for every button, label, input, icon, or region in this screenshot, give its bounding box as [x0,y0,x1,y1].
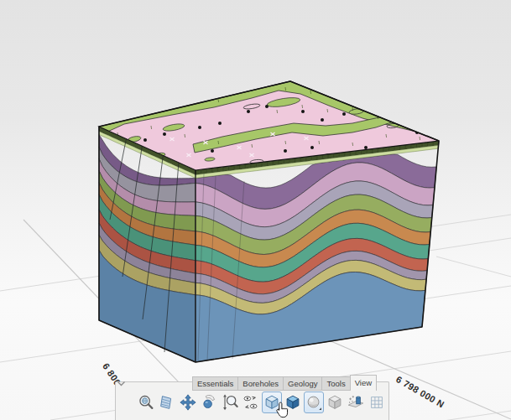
cross-section-button[interactable] [157,391,177,413]
mouse-cursor [275,402,289,418]
hatched-panel-icon [158,392,176,412]
ribbon-tab-bar: Essentials Boreholes Geology Tools View [192,375,377,391]
magnifier-vertical-arrow-icon [221,392,239,412]
tab-tools[interactable]: Tools [321,376,349,391]
viewport[interactable]: 6 800 000 6 798 000 N [0,0,511,420]
magnifier-globe-icon [137,392,155,412]
grid-icon [368,392,386,412]
gray-cube-icon [326,392,344,412]
pan-button[interactable] [178,391,198,413]
clip-plane-icon [347,392,365,412]
tab-geology[interactable]: Geology [283,376,321,391]
zoom-extents-button[interactable] [136,391,156,413]
plain-cube-view-button[interactable] [325,391,345,413]
sphere-icon [305,392,323,412]
rotate-view-button[interactable] [199,391,219,413]
zoom-in-out-button[interactable] [220,391,240,413]
move-arrows-icon [179,392,197,412]
clip-plane-button[interactable] [346,391,366,413]
show-grid-button[interactable] [367,391,387,413]
geological-model[interactable] [0,0,511,420]
toggle-visibility-button[interactable] [241,391,261,413]
orbit-hand-icon [200,392,218,412]
tab-boreholes[interactable]: Boreholes [237,376,283,391]
tab-view[interactable]: View [350,375,377,391]
tab-essentials[interactable]: Essentials [192,376,237,391]
collapse-toolbar-icon[interactable] [117,381,126,387]
shaded-sphere-view-button[interactable] [304,391,324,413]
eyes-icon [242,392,260,412]
